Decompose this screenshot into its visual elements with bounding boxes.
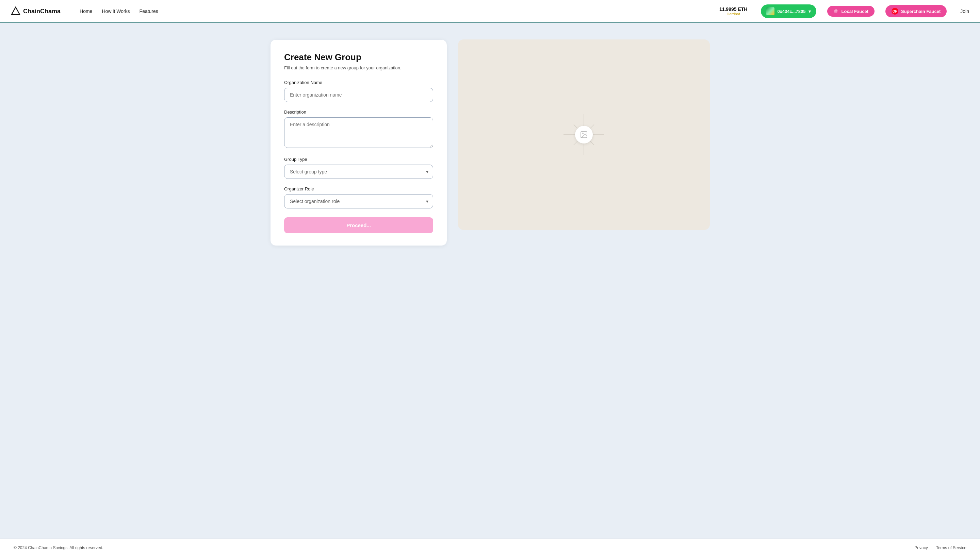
description-group: Description xyxy=(284,109,433,149)
join-link[interactable]: Join xyxy=(960,8,969,14)
logo[interactable]: ChainChama xyxy=(11,7,60,16)
svg-rect-2 xyxy=(835,9,837,11)
organizer-role-group: Organizer Role Select organization role … xyxy=(284,186,433,208)
logo-icon xyxy=(11,7,20,16)
organizer-role-label: Organizer Role xyxy=(284,186,433,191)
svg-marker-0 xyxy=(11,7,20,15)
create-group-form-card: Create New Group Fill out the form to cr… xyxy=(270,39,447,246)
map-preview xyxy=(458,39,710,230)
org-name-input[interactable] xyxy=(284,88,433,102)
local-faucet-button[interactable]: Local Faucet xyxy=(827,6,874,17)
nav-home[interactable]: Home xyxy=(80,8,92,14)
wallet-avatar-icon xyxy=(766,7,774,15)
group-type-select-wrapper: Select group type ▾ xyxy=(284,164,433,179)
description-label: Description xyxy=(284,109,433,115)
group-type-label: Group Type xyxy=(284,157,433,162)
nav-features[interactable]: Features xyxy=(139,8,158,14)
local-faucet-label: Local Faucet xyxy=(841,9,868,14)
superchain-faucet-label: Superchain Faucet xyxy=(901,9,941,14)
main-content: Create New Group Fill out the form to cr… xyxy=(0,23,980,538)
footer-links: Privacy Terms of Service xyxy=(914,546,966,550)
form-title: Create New Group xyxy=(284,52,433,63)
superchain-faucet-button[interactable]: OP Superchain Faucet xyxy=(885,5,947,17)
faucet-icon xyxy=(833,8,839,14)
group-type-select[interactable]: Select group type xyxy=(284,164,433,179)
logo-text: ChainChama xyxy=(23,8,60,15)
group-type-group: Group Type Select group type ▾ xyxy=(284,157,433,179)
wallet-address: 0x434c...7805 xyxy=(777,9,805,14)
svg-rect-3 xyxy=(837,11,838,11)
nav-how-it-works[interactable]: How it Works xyxy=(102,8,130,14)
balance-network: Hardhat xyxy=(719,12,748,16)
wallet-chevron-icon: ▾ xyxy=(808,9,811,14)
footer-copyright: © 2024 ChainChama Savings. All rights re… xyxy=(14,546,103,550)
organizer-role-select-wrapper: Select organization role ▾ xyxy=(284,194,433,208)
nav-links: Home How it Works Features xyxy=(80,8,709,14)
org-name-label: Organization Name xyxy=(284,80,433,85)
wallet-button[interactable]: 0x434c...7805 ▾ xyxy=(761,5,816,18)
navbar: ChainChama Home How it Works Features 11… xyxy=(0,0,980,23)
balance-display: 11.9995 ETH Hardhat xyxy=(719,7,748,16)
proceed-button[interactable]: Proceed... xyxy=(284,217,433,233)
svg-point-5 xyxy=(582,133,583,134)
privacy-link[interactable]: Privacy xyxy=(914,546,928,550)
map-image-placeholder-icon xyxy=(575,126,593,143)
description-textarea[interactable] xyxy=(284,117,433,148)
balance-amount: 11.9995 ETH xyxy=(719,7,748,12)
footer: © 2024 ChainChama Savings. All rights re… xyxy=(0,538,980,557)
organizer-role-select[interactable]: Select organization role xyxy=(284,194,433,208)
org-name-group: Organization Name xyxy=(284,80,433,102)
terms-link[interactable]: Terms of Service xyxy=(936,546,966,550)
form-subtitle: Fill out the form to create a new group … xyxy=(284,65,433,70)
op-badge: OP xyxy=(892,8,898,15)
